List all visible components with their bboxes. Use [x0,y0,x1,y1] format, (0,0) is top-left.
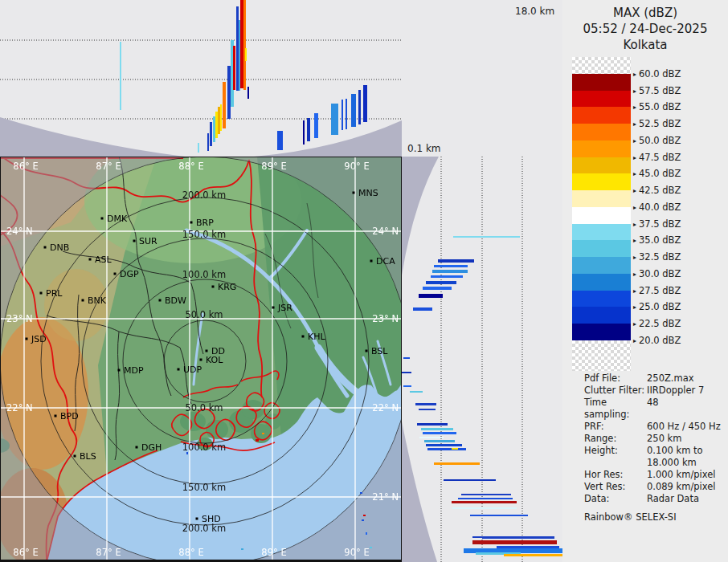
echo-bar [426,281,456,284]
scale-cell [572,140,631,157]
city-label: DCA [376,256,395,267]
echo-bar [470,515,528,516]
product-datetime: 05:52 / 24-Dec-2025 [562,21,728,37]
echo-bar [497,546,559,548]
scale-threshold-label: ▸42.5 dBZ [633,185,728,197]
metadata-row: Pdf File:250Z.max [584,373,726,385]
latitude-label-left: 23° N [6,313,33,324]
threshold-arrow-icon: ▸ [633,303,636,311]
echo-fleck [256,439,259,442]
city-dot [44,246,47,249]
scale-threshold-label: ▸30.0 dBZ [633,268,728,280]
echo-bar [218,107,220,134]
threshold-arrow-icon: ▸ [633,137,636,145]
product-metadata: Pdf File:250Z.maxClutter Filter:IIRDoppl… [584,373,726,523]
scale-cell [572,57,631,74]
scale-cell [572,324,631,340]
echo-bar [453,236,520,238]
metadata-value: IIRDoppler 7 [647,385,726,397]
scale-cell [572,207,631,224]
metadata-label: Range: [584,433,647,445]
metadata-label: Hor Res: [584,469,647,481]
echo-bar [120,42,121,110]
range-ring-label: 100.0 km [182,442,226,453]
city-label: MNS [358,188,378,198]
threshold-arrow-icon: ▸ [633,154,636,161]
echo-bar [215,112,218,138]
city-label: KHL [308,332,325,342]
threshold-arrow-icon: ▸ [633,221,636,228]
echo-bar [243,0,246,90]
echo-bar [239,20,240,91]
echo-bar [419,409,436,410]
city-label: KOL [206,355,223,365]
scale-cell [572,340,631,371]
city-label: JSR [277,303,292,313]
latitude-label-right: 23° N [372,313,399,324]
scale-cell [572,274,631,291]
metadata-value: 250Z.max [647,373,726,385]
echo-bar [472,540,557,544]
city-label: BPD [60,411,79,422]
echo-bar [444,479,496,481]
echo-bar [403,385,411,387]
city-label: ASL [95,255,112,265]
scale-threshold-label: ▸20.0 dBZ [633,335,728,347]
scale-cell [572,173,631,190]
city-label: MDP [124,365,144,376]
echo-bar [438,259,474,263]
scale-cell [572,257,631,274]
city-label: BNK [88,295,107,306]
scale-threshold-label: ▸47.5 dBZ [633,152,728,164]
threshold-arrow-icon: ▸ [633,88,636,95]
city-dot [159,299,162,302]
echo-bar [452,507,517,509]
echo-bar [303,120,305,145]
blind-wedge-left [0,117,185,157]
scale-cell [572,124,631,140]
echo-bar [424,440,455,442]
echo-fleck [370,547,372,548]
city-dot [26,338,28,340]
threshold-arrow-icon: ▸ [633,320,636,328]
echo-bar [431,275,463,278]
city-label: SHD [202,514,221,524]
metadata-label: Height: [584,445,647,469]
threshold-arrow-icon: ▸ [633,337,636,344]
echo-bar [482,536,554,539]
range-ring-label: 200.0 km [182,189,226,201]
scale-threshold-label: ▸35.0 dBZ [633,234,728,246]
echo-fleck [363,515,366,516]
echo-bar [417,423,448,426]
echo-bar [245,48,247,61]
metadata-row: PRF:600 Hz / 450 Hz [584,421,726,433]
echo-bar [504,554,562,556]
echo-bar [210,122,212,146]
threshold-arrow-icon: ▸ [633,204,636,211]
city-dot [302,336,305,338]
legend-title-block: MAX (dBZ) 05:52 / 24-Dec-2025 Kolkata [562,5,728,53]
echo-bar [307,118,310,141]
metadata-value: 0.089 km/pixel [647,481,726,493]
latitude-label-right: 22° N [372,402,399,413]
echo-bar [434,265,468,267]
echo-bar [461,494,511,495]
right-profile-echo-bars [402,236,562,556]
city-dot [114,273,117,275]
echo-bar [198,143,199,153]
metadata-rows: Pdf File:250Z.maxClutter Filter:IIRDoppl… [584,373,726,505]
city-dot [200,359,202,361]
echo-bar [207,133,209,151]
height-axis-min-label: 0.1 km [407,143,441,154]
top-height-profile-panel [0,0,402,157]
city-label: DGP [120,269,139,279]
echo-bar [363,85,367,122]
echo-bar [419,294,443,298]
scale-cell [572,91,631,108]
echo-bar [458,498,513,499]
height-axis-max-label: 18.0 km [515,6,554,17]
echo-bar [351,94,356,127]
metadata-value: 1.000 km/pixel [647,469,726,481]
metadata-row: Data:Radar Data [584,493,726,505]
metadata-row: Vert Res:0.089 km/pixel [584,481,726,493]
